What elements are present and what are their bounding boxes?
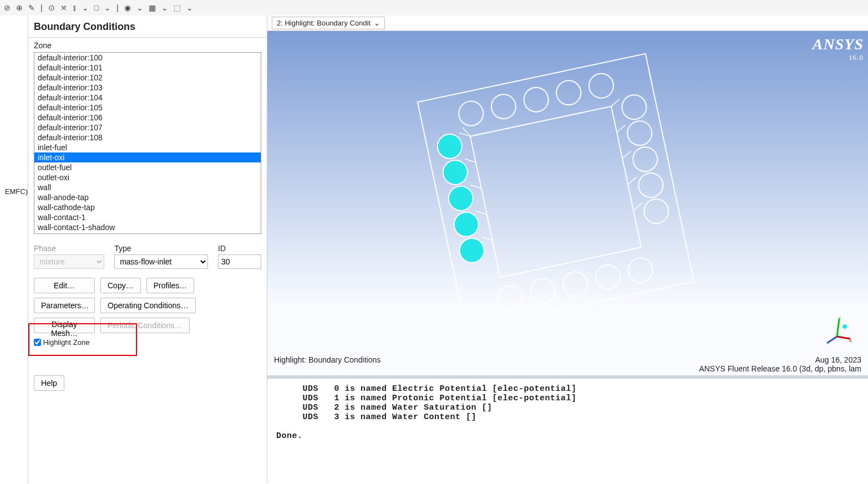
zone-item[interactable]: default-interior:100 — [34, 53, 261, 63]
chevron-down-icon[interactable]: ⌄ — [135, 3, 145, 12]
viewport-footer-left: Highlight: Boundary Conditions — [274, 355, 380, 373]
svg-point-2 — [435, 132, 464, 161]
operating-conditions-button[interactable]: Operating Conditions… — [100, 298, 196, 313]
toolbar-icon[interactable]: ✎ — [27, 3, 37, 12]
svg-line-25 — [476, 209, 487, 217]
svg-point-21 — [626, 256, 655, 284]
svg-point-12 — [620, 93, 648, 121]
zone-item[interactable]: default-interior:105 — [34, 103, 261, 113]
zone-item[interactable]: wall-contact-1-shadow — [34, 222, 261, 232]
svg-point-11 — [587, 72, 616, 100]
svg-line-33 — [837, 337, 850, 339]
svg-line-30 — [627, 177, 638, 185]
toolbar-sep: | — [39, 3, 44, 12]
svg-text:x: x — [849, 338, 852, 343]
type-select[interactable]: mass-flow-inlet — [114, 254, 208, 269]
viewport-footer-version: ANSYS Fluent Release 16.0 (3d, dp, pbns,… — [699, 364, 861, 373]
svg-point-18 — [529, 277, 557, 305]
zone-item[interactable]: wall — [34, 182, 261, 192]
geometry-render — [400, 48, 711, 358]
zone-item[interactable]: outlet-oxi — [34, 172, 261, 182]
profiles-button[interactable]: Profiles… — [146, 278, 195, 293]
tree-stub: EMFC) — [0, 16, 28, 483]
zone-item[interactable]: wall-contact-1 — [34, 212, 261, 222]
top-toolbar: ⊘ ⊕ ✎ | ⊙ ⤧ ⫿ ⌄ □ ⌄ | ◉ ⌄ ▦ ⌄ ⬚ ⌄ — [0, 0, 868, 16]
highlight-zone-checkbox[interactable] — [34, 339, 41, 346]
view-selector[interactable]: 2: Highlight: Boundary Condit ⌄ — [272, 17, 385, 29]
svg-point-10 — [554, 78, 583, 107]
svg-point-9 — [522, 85, 551, 114]
zone-item[interactable]: default-interior:108 — [34, 133, 261, 142]
svg-line-29 — [621, 151, 632, 159]
svg-point-36 — [842, 324, 847, 329]
highlight-zone-checkbox-wrap[interactable]: Highlight Zone — [34, 338, 89, 346]
right-pane: 2: Highlight: Boundary Condit ⌄ ANSYS 16… — [267, 16, 868, 483]
parameters-button[interactable]: Parameters… — [34, 298, 95, 313]
svg-point-15 — [636, 171, 665, 200]
view-selector-bar: 2: Highlight: Boundary Condit ⌄ — [267, 16, 868, 31]
display-mesh-button[interactable]: Display Mesh… — [34, 318, 95, 333]
svg-point-8 — [489, 92, 518, 121]
svg-line-27 — [610, 99, 621, 106]
zone-item[interactable]: default-interior:101 — [34, 63, 261, 73]
viewport-footer: Highlight: Boundary Conditions Aug 16, 2… — [274, 355, 861, 373]
svg-line-24 — [470, 183, 481, 191]
toolbar-icon[interactable]: ⫿ — [71, 3, 78, 12]
zone-item[interactable]: default-interior:104 — [34, 93, 261, 103]
id-label: ID — [218, 244, 261, 253]
chevron-down-icon[interactable]: ⌄ — [103, 3, 113, 12]
zone-item[interactable]: default-interior:106 — [34, 113, 261, 123]
chevron-down-icon[interactable]: ⌄ — [185, 3, 195, 12]
panel-title: Boundary Conditions — [28, 16, 267, 38]
phase-label: Phase — [34, 244, 104, 253]
svg-rect-1 — [470, 106, 641, 277]
svg-point-19 — [561, 269, 590, 298]
console-output[interactable]: UDS 0 is named Electric Potential [elec-… — [267, 375, 868, 483]
zone-item[interactable]: default-interior:103 — [34, 83, 261, 93]
toolbar-icon[interactable]: ⊘ — [2, 3, 12, 12]
svg-line-31 — [632, 203, 643, 211]
toolbar-icon[interactable]: ⊙ — [47, 3, 57, 12]
axis-triad-icon: x y — [821, 314, 852, 345]
highlight-zone-label: Highlight Zone — [43, 338, 90, 347]
ansys-logo: ANSYS — [813, 35, 864, 53]
zone-item[interactable]: inlet-fuel — [34, 142, 261, 152]
zone-item[interactable]: outlet-fuel — [34, 162, 261, 172]
copy-button[interactable]: Copy… — [100, 278, 141, 293]
help-button[interactable]: Help — [34, 375, 64, 391]
svg-point-7 — [456, 99, 485, 128]
id-field[interactable] — [218, 254, 261, 269]
ansys-version: 16.0 — [813, 53, 864, 62]
toolbar-icon[interactable]: ⊕ — [14, 3, 24, 12]
svg-line-34 — [837, 319, 839, 337]
edit-button[interactable]: Edit… — [34, 278, 95, 293]
toolbar-icon[interactable]: ◉ — [123, 3, 133, 12]
periodic-conditions-button: Periodic Conditions… — [100, 318, 190, 333]
zone-item[interactable]: default-interior:107 — [34, 123, 261, 133]
graphics-window[interactable]: ANSYS 16.0 — [267, 31, 868, 375]
svg-point-13 — [625, 119, 654, 147]
zone-item[interactable]: inlet-oxi — [34, 152, 261, 162]
type-label: Type — [114, 244, 208, 253]
zone-listbox[interactable]: default-interior:100default-interior:101… — [34, 52, 261, 234]
view-selector-label: 2: Highlight: Boundary Condit — [277, 19, 370, 27]
svg-text:y: y — [838, 315, 841, 321]
boundary-conditions-panel: Boundary Conditions Zone default-interio… — [28, 16, 267, 483]
zone-item[interactable]: wall-anode-tap — [34, 192, 261, 202]
chevron-down-icon[interactable]: ⌄ — [80, 3, 90, 12]
toolbar-sep: | — [115, 3, 120, 12]
viewport-footer-date: Aug 16, 2023 — [699, 355, 861, 364]
zone-item[interactable]: default-interior:102 — [34, 73, 261, 83]
toolbar-icon[interactable]: □ — [93, 3, 100, 12]
svg-line-23 — [465, 157, 476, 165]
svg-point-5 — [452, 210, 481, 239]
chevron-down-icon[interactable]: ⌄ — [160, 3, 170, 12]
toolbar-icon[interactable]: ⤧ — [59, 3, 69, 12]
chevron-down-icon: ⌄ — [374, 19, 380, 27]
toolbar-icon[interactable]: ▦ — [147, 3, 158, 12]
svg-point-16 — [642, 197, 671, 226]
svg-point-17 — [496, 283, 525, 312]
zone-item[interactable]: wall-cathode-tap — [34, 202, 261, 212]
svg-point-4 — [446, 184, 475, 213]
toolbar-icon[interactable]: ⬚ — [172, 3, 182, 12]
